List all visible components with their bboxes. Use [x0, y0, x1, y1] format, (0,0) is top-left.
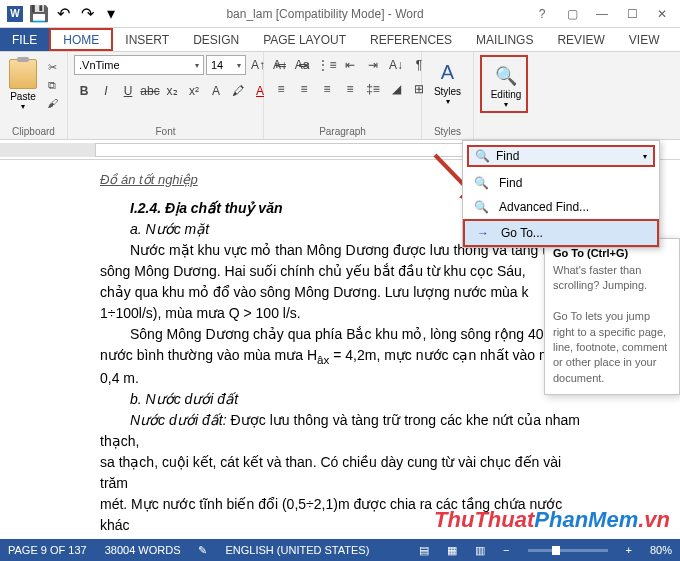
- align-center-button[interactable]: ≡: [293, 79, 315, 99]
- styles-button[interactable]: A Styles ▾: [428, 55, 467, 106]
- group-clipboard: Paste ▾ ✂ ⧉ 🖌 Clipboard: [0, 52, 68, 139]
- group-styles: A Styles ▾ Styles: [422, 52, 474, 139]
- view-web-layout[interactable]: ▥: [475, 544, 485, 557]
- find-split-button[interactable]: 🔍 Find ▾: [467, 145, 655, 167]
- undo-button[interactable]: ↶: [52, 3, 74, 25]
- tab-insert[interactable]: INSERT: [113, 28, 181, 51]
- zoom-in-button[interactable]: +: [626, 544, 632, 556]
- binoculars-icon: 🔍: [473, 200, 489, 214]
- save-button[interactable]: 💾: [28, 3, 50, 25]
- doc-header-left: Đồ án tốt nghiệp: [100, 170, 198, 190]
- tab-page-layout[interactable]: PAGE LAYOUT: [251, 28, 358, 51]
- statusbar: PAGE 9 OF 137 38004 WORDS ✎ ENGLISH (UNI…: [0, 539, 680, 561]
- shading-button[interactable]: ◢: [385, 79, 407, 99]
- align-right-button[interactable]: ≡: [316, 79, 338, 99]
- font-name-combo[interactable]: .VnTime▾: [74, 55, 204, 75]
- highlight-button[interactable]: 🖍: [228, 81, 248, 101]
- editing-button[interactable]: 🔍 Editing ▾: [484, 59, 528, 109]
- find-dropdown-menu: 🔍 Find ▾ 🔍 Find 🔍 Advanced Find... → Go …: [462, 140, 660, 248]
- italic-button[interactable]: I: [96, 81, 116, 101]
- ribbon: Paste ▾ ✂ ⧉ 🖌 Clipboard .VnTime▾ 14▾ A↑ …: [0, 52, 680, 140]
- tab-review[interactable]: REVIEW: [545, 28, 616, 51]
- maximize-button[interactable]: ☐: [618, 3, 646, 25]
- format-painter-button[interactable]: 🖌: [43, 95, 61, 111]
- tab-file[interactable]: FILE: [0, 28, 49, 51]
- multilevel-list-button[interactable]: ⋮≡: [316, 55, 338, 75]
- window-title: ban_lam [Compatibility Mode] - Word: [122, 7, 528, 21]
- decrease-indent-button[interactable]: ⇤: [339, 55, 361, 75]
- tab-design[interactable]: DESIGN: [181, 28, 251, 51]
- strikethrough-button[interactable]: abc: [140, 81, 160, 101]
- styles-label: Styles: [428, 124, 467, 137]
- align-left-button[interactable]: ≡: [270, 79, 292, 99]
- underline-button[interactable]: U: [118, 81, 138, 101]
- zoom-slider[interactable]: [528, 549, 608, 552]
- ribbon-tabs: FILE HOME INSERT DESIGN PAGE LAYOUT REFE…: [0, 28, 680, 52]
- subscript-button[interactable]: x₂: [162, 81, 182, 101]
- watermark: ThuThuatPhanMem.vn: [434, 507, 670, 533]
- view-print-layout[interactable]: ▦: [447, 544, 457, 557]
- font-size-combo[interactable]: 14▾: [206, 55, 246, 75]
- text-effects-button[interactable]: A: [206, 81, 226, 101]
- increase-indent-button[interactable]: ⇥: [362, 55, 384, 75]
- menu-item-goto[interactable]: → Go To...: [463, 219, 659, 247]
- superscript-button[interactable]: x²: [184, 81, 204, 101]
- tab-references[interactable]: REFERENCES: [358, 28, 464, 51]
- sort-button[interactable]: A↓: [385, 55, 407, 75]
- group-editing: 🔍 Editing ▾: [474, 52, 534, 139]
- paragraph-label: Paragraph: [270, 124, 415, 137]
- status-language[interactable]: ENGLISH (UNITED STATES): [225, 544, 369, 556]
- doc-sub-b: b. Nước dưới đất: [130, 389, 580, 410]
- paste-button[interactable]: Paste ▾: [6, 55, 40, 111]
- goto-tooltip: Go To (Ctrl+G) What's faster than scroll…: [544, 238, 680, 395]
- view-read-mode[interactable]: ▤: [419, 544, 429, 557]
- tab-mailings[interactable]: MAILINGS: [464, 28, 545, 51]
- tab-view[interactable]: VIEW: [617, 28, 672, 51]
- justify-button[interactable]: ≡: [339, 79, 361, 99]
- arrow-right-icon: →: [475, 226, 491, 240]
- help-button[interactable]: ?: [528, 3, 556, 25]
- zoom-out-button[interactable]: −: [503, 544, 509, 556]
- status-proofing-icon[interactable]: ✎: [198, 544, 207, 557]
- quick-access-toolbar: W 💾 ↶ ↷ ▾: [4, 3, 122, 25]
- line-spacing-button[interactable]: ‡≡: [362, 79, 384, 99]
- status-words[interactable]: 38004 WORDS: [105, 544, 181, 556]
- ribbon-options-button[interactable]: ▢: [558, 3, 586, 25]
- copy-button[interactable]: ⧉: [43, 77, 61, 93]
- binoculars-icon: 🔍: [475, 149, 490, 163]
- group-paragraph: ≔ ≕ ⋮≡ ⇤ ⇥ A↓ ¶ ≡ ≡ ≡ ≡ ‡≡ ◢ ⊞ Paragraph: [264, 52, 422, 139]
- binoculars-icon: 🔍: [495, 65, 517, 87]
- minimize-button[interactable]: —: [588, 3, 616, 25]
- binoculars-icon: 🔍: [473, 176, 489, 190]
- clipboard-label: Clipboard: [6, 124, 61, 137]
- font-label: Font: [74, 124, 257, 137]
- close-button[interactable]: ✕: [648, 3, 676, 25]
- menu-item-find[interactable]: 🔍 Find: [463, 171, 659, 195]
- styles-icon: A: [441, 61, 454, 84]
- cut-button[interactable]: ✂: [43, 59, 61, 75]
- bullets-button[interactable]: ≔: [270, 55, 292, 75]
- status-page[interactable]: PAGE 9 OF 137: [8, 544, 87, 556]
- numbering-button[interactable]: ≕: [293, 55, 315, 75]
- qat-customize[interactable]: ▾: [100, 3, 122, 25]
- paste-icon: [9, 59, 37, 89]
- word-app-icon[interactable]: W: [4, 3, 26, 25]
- tooltip-title: Go To (Ctrl+G): [553, 247, 671, 259]
- tab-home[interactable]: HOME: [49, 28, 113, 51]
- zoom-level[interactable]: 80%: [650, 544, 672, 556]
- menu-item-advanced-find[interactable]: 🔍 Advanced Find...: [463, 195, 659, 219]
- bold-button[interactable]: B: [74, 81, 94, 101]
- redo-button[interactable]: ↷: [76, 3, 98, 25]
- group-font: .VnTime▾ 14▾ A↑ A↓ Aa B I U abc x₂ x² A …: [68, 52, 264, 139]
- titlebar: W 💾 ↶ ↷ ▾ ban_lam [Compatibility Mode] -…: [0, 0, 680, 28]
